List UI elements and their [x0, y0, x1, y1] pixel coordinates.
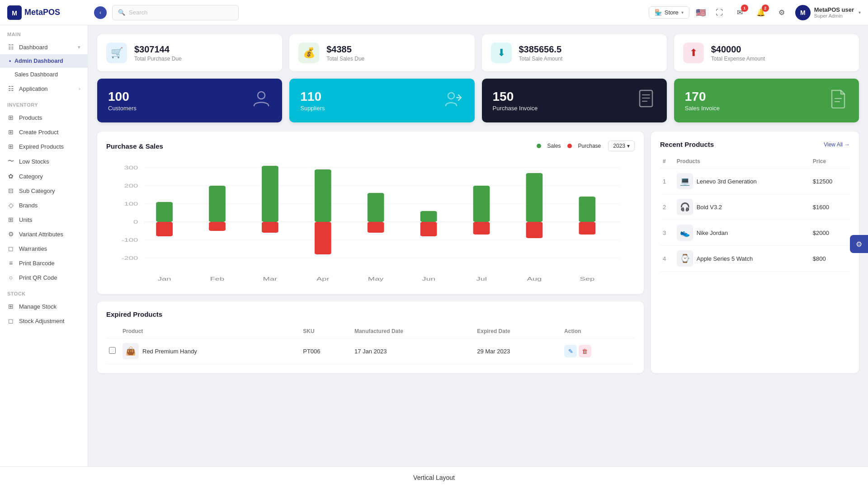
sidebar-item-label: Print Barcode — [19, 260, 55, 267]
search-box[interactable]: 🔍 Search — [112, 5, 239, 20]
notifications-button[interactable]: ✉ 1 — [733, 5, 747, 20]
sidebar-item-print-qr-code[interactable]: ○ Print QR Code — [0, 270, 88, 285]
sales-due-label: Total Sales Due — [326, 56, 364, 62]
col-price: Price — [810, 155, 850, 169]
product-thumb: ⌚ — [677, 250, 693, 267]
svg-text:Sep: Sep — [580, 276, 594, 282]
sidebar-item-print-barcode[interactable]: ≡ Print Barcode — [0, 256, 88, 270]
col-num: # — [660, 155, 674, 169]
print-qr-icon: ○ — [7, 274, 14, 281]
language-selector[interactable]: 🇺🇸 — [696, 8, 706, 18]
svg-text:-200: -200 — [121, 255, 138, 261]
sidebar-item-units[interactable]: ⊞ Units — [0, 212, 88, 227]
year-label: 2023 — [613, 143, 625, 149]
svg-text:100: 100 — [124, 201, 138, 206]
sidebar-item-low-stocks[interactable]: 〜 Low Stocks — [0, 154, 88, 169]
sales-due-value: $4385 — [326, 44, 364, 55]
svg-point-3 — [448, 93, 454, 99]
product-name: Bold V3.2 — [697, 204, 722, 211]
stat-card-expense-amount: ⬆ $40000 Total Expense Amount — [674, 34, 859, 71]
sidebar-section-inventory: Inventory — [0, 96, 88, 110]
cart-button[interactable]: 🔔 2 — [754, 5, 768, 20]
customers-count: 100 — [108, 89, 137, 104]
sidebar-item-stock-adjustment[interactable]: ◻ Stock Adjustment — [0, 314, 88, 328]
chart-area: 300 200 100 0 -100 -200 Jan — [106, 159, 635, 285]
purchase-invoice-count: 150 — [493, 89, 538, 104]
manage-stock-icon: ⊞ — [7, 303, 14, 310]
sidebar-item-expired-products[interactable]: ⊞ Expired Products — [0, 139, 88, 154]
view-all-button[interactable]: View All → — [824, 141, 850, 148]
sidebar-item-application[interactable]: ☷ Application › — [0, 81, 88, 96]
delete-button[interactable]: 🗑 — [579, 345, 591, 357]
expired-col-product: Product — [120, 324, 300, 338]
stat-card-sales-invoice: 170 Sales Invoice — [674, 79, 859, 122]
sale-amount-label: Total Sale Amount — [519, 56, 563, 62]
list-item: 3 👟 Nike Jordan $2000 — [660, 220, 850, 246]
suppliers-label: Suppliers — [300, 105, 325, 112]
sidebar-item-label: Category — [19, 173, 43, 180]
sidebar-item-label: Variant Attributes — [19, 231, 63, 238]
product-price: $1600 — [810, 194, 850, 220]
chevron-icon: ▾ — [78, 44, 80, 50]
expired-col-check — [106, 324, 120, 338]
chart-card: Purchase & Sales Sales Purchase 2023 ▾ — [97, 131, 644, 294]
svg-rect-24 — [156, 222, 173, 236]
svg-text:Mar: Mar — [263, 276, 278, 282]
footer-label: Vertical Layout — [413, 474, 455, 481]
svg-rect-44 — [526, 173, 543, 222]
svg-rect-36 — [368, 222, 384, 233]
product-name: Red Premium Handy — [142, 348, 197, 355]
sale-amount-icon: ⬇ — [491, 42, 512, 63]
sales-invoice-info: 170 Sales Invoice — [685, 89, 720, 112]
product-price: $12500 — [810, 169, 850, 194]
purchase-invoice-info: 150 Purchase Invoice — [493, 89, 538, 112]
settings-button[interactable]: ⚙ — [774, 5, 789, 20]
sidebar-item-create-product[interactable]: ⊞ Create Product — [0, 125, 88, 139]
sidebar-item-manage-stock[interactable]: ⊞ Manage Stock — [0, 299, 88, 314]
svg-rect-26 — [209, 186, 226, 222]
dashboard-icon: ☷ — [7, 43, 14, 51]
svg-rect-23 — [156, 202, 173, 222]
recent-products-title: Recent Products — [660, 141, 714, 148]
year-selector[interactable]: 2023 ▾ — [608, 141, 635, 151]
customers-label: Customers — [108, 105, 137, 112]
chart-legend: Sales Purchase — [537, 143, 601, 149]
sidebar-item-dashboard[interactable]: ☷ Dashboard ▾ — [0, 40, 88, 54]
sidebar-item-products[interactable]: ⊞ Products — [0, 110, 88, 125]
svg-text:May: May — [368, 276, 384, 282]
svg-rect-29 — [262, 166, 278, 222]
sidebar-toggle[interactable]: ‹ — [94, 6, 107, 19]
stat-card-sales-due: 💰 $4385 Total Sales Due — [289, 34, 474, 71]
stat-card-sale-amount: ⬇ $385656.5 Total Sale Amount — [482, 34, 667, 71]
svg-text:-100: -100 — [121, 237, 138, 243]
svg-rect-41 — [473, 186, 490, 222]
fullscreen-button[interactable]: ⛶ — [712, 5, 726, 20]
sidebar-item-sales-dashboard[interactable]: Sales Dashboard — [0, 68, 88, 81]
sidebar-item-variant-attributes[interactable]: ⚙ Variant Attributes — [0, 227, 88, 241]
settings-fab[interactable]: ⚙ — [850, 235, 868, 253]
sales-legend-dot — [537, 144, 541, 148]
product-sku: PT006 — [300, 338, 352, 364]
user-menu[interactable]: M MetaPOS user Super Admin ▾ — [795, 5, 861, 20]
expired-products-table: Product SKU Manufactured Date Expired Da… — [106, 324, 635, 364]
sidebar-item-label: Application — [19, 85, 48, 92]
sidebar-item-label: Units — [19, 216, 33, 223]
product-name: Nike Jordan — [697, 230, 728, 236]
sidebar-item-admin-dashboard[interactable]: Admin Dashboard — [0, 54, 88, 68]
expired-products-title: Expired Products — [106, 310, 635, 318]
sidebar-item-category[interactable]: ✿ Category — [0, 169, 88, 183]
row-checkbox[interactable] — [109, 347, 116, 354]
purchase-due-value: $307144 — [134, 44, 182, 55]
sidebar-section-stock: Stock — [0, 285, 88, 299]
sidebar-item-sub-category[interactable]: ⊟ Sub Category — [0, 183, 88, 198]
svg-text:300: 300 — [124, 165, 138, 170]
edit-button[interactable]: ✎ — [564, 345, 577, 357]
sidebar-item-warranties[interactable]: ◻ Warranties — [0, 241, 88, 256]
sales-invoice-count: 170 — [685, 89, 720, 104]
chevron-icon: › — [79, 86, 80, 91]
cart-badge: 2 — [762, 5, 769, 12]
list-item: 4 ⌚ Apple Series 5 Watch $800 — [660, 246, 850, 272]
purchase-due-icon: 🛒 — [106, 42, 127, 63]
sidebar-item-brands[interactable]: ◇ Brands — [0, 198, 88, 212]
store-selector[interactable]: 🏪 Store ▾ — [649, 6, 689, 19]
